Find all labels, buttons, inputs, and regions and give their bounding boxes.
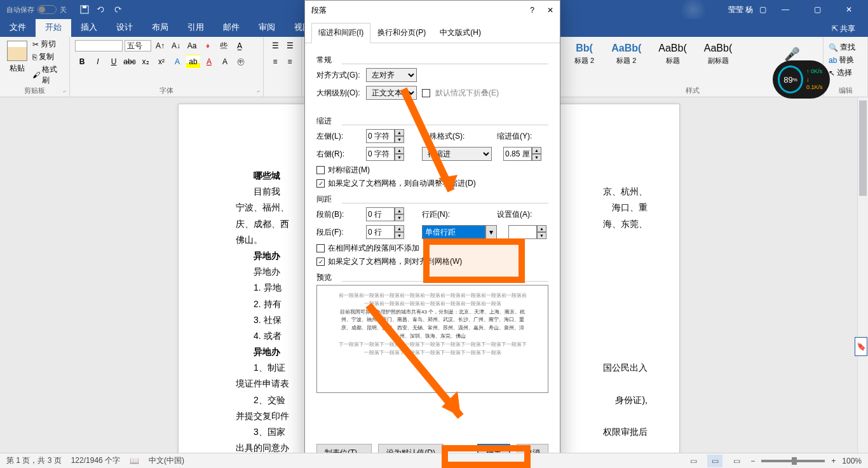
toggle-switch[interactable] xyxy=(37,5,57,14)
outline-label: 大纲级别(O): xyxy=(316,88,361,99)
autosave-toggle[interactable]: 自动保存 关 xyxy=(6,5,67,15)
read-mode-icon[interactable]: ▭ xyxy=(686,455,701,467)
font-color-icon[interactable]: A xyxy=(202,55,216,69)
text-effects-icon[interactable]: A xyxy=(170,55,184,69)
numbering-icon[interactable]: ☰ xyxy=(283,39,296,53)
bullets-icon[interactable]: ☰ xyxy=(269,39,281,53)
increase-font-icon[interactable]: A↑ xyxy=(153,39,167,53)
at-label: 设置值(A): xyxy=(497,209,548,220)
align-left-icon[interactable]: ≡ xyxy=(269,55,281,69)
zoom-level[interactable]: 100% xyxy=(842,457,862,465)
dialog-tabs: 缩进和间距(I) 换行和分页(P) 中文版式(H) xyxy=(305,23,560,43)
zoom-in-button[interactable]: + xyxy=(831,457,836,465)
alignment-select[interactable]: 左对齐 xyxy=(366,68,417,82)
scroll-thumb[interactable] xyxy=(859,100,867,196)
save-icon[interactable] xyxy=(79,4,90,15)
dialog-tab-lineBreak[interactable]: 换行和分页(P) xyxy=(370,23,433,43)
style-subtitle[interactable]: AaBb(副标题 xyxy=(697,39,739,69)
enclose-character-icon[interactable]: ㊥ xyxy=(234,55,248,69)
no-space-checkbox[interactable] xyxy=(316,244,325,252)
tab-references[interactable]: 引用 xyxy=(178,18,214,37)
dialog-close-button[interactable]: ✕ xyxy=(547,6,553,15)
find-button[interactable]: 🔍 查找 xyxy=(829,42,862,53)
decrease-font-icon[interactable]: A↓ xyxy=(169,39,183,53)
tab-design[interactable]: 设计 xyxy=(107,18,142,37)
zoom-out-button[interactable]: − xyxy=(750,457,755,465)
brush-icon: 🖌 xyxy=(32,71,40,79)
word-count[interactable]: 122/1946 个字 xyxy=(71,455,120,466)
web-layout-icon[interactable]: ▭ xyxy=(729,455,744,467)
change-case-icon[interactable]: Aa xyxy=(185,39,199,53)
subscript-button[interactable]: x₂ xyxy=(139,55,153,69)
copy-button[interactable]: ⎘ 复制 xyxy=(32,52,64,62)
replace-icon: ab xyxy=(829,56,837,65)
zoom-slider[interactable] xyxy=(761,460,825,462)
upload-speed: ↑ 0K/s xyxy=(806,67,825,76)
annotation-arrow-2 xyxy=(356,299,483,439)
style-heading2b[interactable]: AaBb(标题 2 xyxy=(604,39,648,69)
style-heading2[interactable]: Bb(标题 2 xyxy=(567,39,601,69)
phonetic-guide-icon[interactable]: 些 xyxy=(217,39,231,53)
clipboard-expand-icon[interactable]: ⌐ xyxy=(64,88,67,94)
tab-mailings[interactable]: 邮件 xyxy=(214,18,249,37)
svg-line-4 xyxy=(369,305,461,416)
dialog-tab-asian[interactable]: 中文版式(H) xyxy=(433,23,488,43)
undo-icon[interactable] xyxy=(96,4,106,15)
memory-percent: 89% xyxy=(778,65,803,93)
line-spacing-label: 行距(N): xyxy=(422,209,473,220)
status-bar: 第 1 页，共 3 页 122/1946 个字 📖 中文(中国) ▭ ▭ ▭ −… xyxy=(0,453,868,468)
line-spacing-select[interactable]: 单倍行距 xyxy=(422,225,485,239)
system-monitor-widget[interactable]: 89% ↑ 0K/s ↓ 0.1K/s xyxy=(773,60,830,99)
underline-button[interactable]: U xyxy=(107,55,121,69)
tab-review[interactable]: 审阅 xyxy=(249,18,285,37)
redo-icon[interactable] xyxy=(112,4,123,15)
superscript-button[interactable]: x² xyxy=(154,55,168,69)
tab-home[interactable]: 开始 xyxy=(36,18,71,37)
character-border-icon[interactable]: A̲ xyxy=(233,39,247,53)
replace-button[interactable]: ab 替换 xyxy=(829,55,862,65)
character-shading-icon[interactable]: A xyxy=(218,55,232,69)
svg-rect-1 xyxy=(83,6,86,8)
language-status[interactable]: 中文(中国) xyxy=(149,455,184,466)
highlight-icon[interactable]: ab xyxy=(186,55,200,69)
group-label-clipboard: 剪贴板 xyxy=(24,86,45,95)
right-indent-label: 右侧(R): xyxy=(316,149,361,160)
share-button[interactable]: ⇱ 共享 xyxy=(825,21,862,37)
print-layout-icon[interactable]: ▭ xyxy=(707,455,722,467)
indent-by-spinner[interactable]: ▲▼ xyxy=(503,147,541,161)
font-size-select[interactable] xyxy=(125,40,151,52)
style-title[interactable]: AaBb(标题 xyxy=(651,39,693,69)
dialog-help-button[interactable]: ? xyxy=(530,6,534,15)
cut-button[interactable]: ✂ 剪切 xyxy=(32,39,64,50)
at-spinner[interactable]: ▲▼ xyxy=(508,225,546,239)
format-painter-button[interactable]: 🖌 格式刷 xyxy=(32,64,64,86)
bold-button[interactable]: B xyxy=(75,55,89,69)
bookmark-nav-icon[interactable]: 🔖 xyxy=(855,337,867,356)
page-status[interactable]: 第 1 页，共 3 页 xyxy=(6,455,62,466)
restore-button[interactable]: ▢ xyxy=(804,5,830,14)
close-button[interactable]: ✕ xyxy=(836,5,862,14)
dialog-titlebar: 段落 ? ✕ xyxy=(305,1,560,20)
font-name-select[interactable] xyxy=(75,40,123,52)
snap-grid-checkbox[interactable] xyxy=(316,258,325,266)
annotation-highlight-2 xyxy=(442,445,531,468)
align-center-icon[interactable]: ≡ xyxy=(283,55,296,69)
vertical-scrollbar[interactable] xyxy=(857,97,868,453)
auto-adjust-checkbox[interactable] xyxy=(316,179,325,188)
strikethrough-button[interactable]: abc xyxy=(123,55,137,69)
mirror-checkbox[interactable] xyxy=(316,166,325,174)
font-expand-icon[interactable]: ⌐ xyxy=(257,88,261,94)
dialog-tab-indent[interactable]: 缩进和间距(I) xyxy=(311,23,370,43)
select-button[interactable]: ↖ 选择 xyxy=(829,67,862,78)
spell-check-icon[interactable]: 📖 xyxy=(130,457,139,465)
paste-button[interactable]: 粘贴 xyxy=(5,39,29,76)
italic-button[interactable]: I xyxy=(91,55,105,69)
minimize-button[interactable]: — xyxy=(773,5,798,14)
clear-format-icon[interactable]: ♦ xyxy=(201,39,215,53)
tab-file[interactable]: 文件 xyxy=(0,18,36,37)
user-icon[interactable]: ▢ xyxy=(759,5,766,14)
tab-layout[interactable]: 布局 xyxy=(142,18,178,37)
left-indent-label: 左侧(L): xyxy=(316,131,361,142)
tab-insert[interactable]: 插入 xyxy=(71,18,107,37)
after-spinner[interactable]: ▲▼ xyxy=(366,225,404,239)
